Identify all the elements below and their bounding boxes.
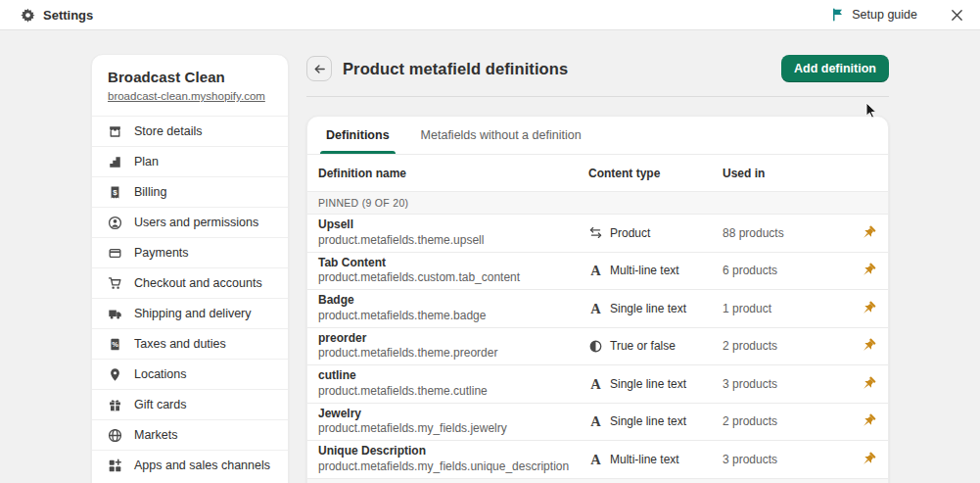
page-title: Product metafield definitions [343,60,568,78]
sidebar-nav: Store details Plan $ Billing Users and p… [92,116,288,480]
users-icon [108,216,122,230]
billing-icon: $ [108,185,122,200]
definition-path: product.metafields.custom.tab_content [318,270,588,286]
apps-icon [108,459,122,473]
boolean-icon [588,339,603,354]
content-type-label: Single line text [610,377,686,391]
gift-cards-icon [108,398,122,412]
setup-guide-button[interactable]: Setup guide [831,8,917,22]
used-in-count: 2 products [723,414,841,428]
definition-name: cutline [318,368,588,384]
storefront-icon [108,124,122,139]
sidebar-item-shipping-and-delivery[interactable]: Shipping and delivery [92,298,288,328]
main-content: Product metafield definitions Add defini… [306,54,889,483]
used-in-count: 1 product [723,302,841,315]
text-icon: A [588,264,603,278]
locations-icon [108,367,122,382]
definition-path: product.metafields.my_fields.jewelry [318,421,588,437]
table-row[interactable]: Tab Content product.metafields.custom.ta… [307,252,888,290]
reference-icon [588,225,603,240]
definition-name: preorder [318,331,588,347]
used-in-count: 3 products [723,377,841,391]
definition-name: Unique Description [318,444,588,459]
definition-path: product.metafields.theme.upsell [318,233,588,249]
definition-name: Tab Content [318,256,588,271]
pinned-section-header: PINNED (9 OF 20) [307,191,888,214]
tab-bar: Definitions Metafields without a definit… [307,117,888,154]
used-in-count: 2 products [723,339,841,353]
sidebar-item-gift-cards[interactable]: Gift cards [92,389,288,419]
column-used-in: Used in [723,167,841,180]
settings-sidebar: Broadcast Clean broadcast-clean.myshopif… [91,54,289,483]
text-icon: A [588,301,603,315]
definition-path: product.metafields.theme.cutline [318,384,588,400]
pin-icon[interactable] [858,260,880,282]
sidebar-item-plan[interactable]: Plan [92,146,288,176]
column-content-type: Content type [588,167,723,180]
tab-metafields-without-definition[interactable]: Metafields without a definition [419,117,583,154]
svg-text:$: $ [113,187,117,196]
setup-guide-label: Setup guide [852,8,917,22]
sidebar-item-store-details[interactable]: Store details [92,116,288,146]
definitions-card: Definitions Metafields without a definit… [306,116,889,483]
used-in-count: 88 products [723,226,841,240]
table-row[interactable]: preorder product.metafields.theme.preord… [307,327,888,365]
tab-definitions[interactable]: Definitions [324,117,392,154]
header-divider [306,96,889,97]
checkout-icon [108,276,122,291]
sidebar-item-payments[interactable]: Payments [92,237,288,267]
content-type-label: Single line text [610,414,686,428]
table-row[interactable]: Upsell product.metafields.theme.upsell P… [307,214,888,252]
definition-name: Upsell [318,217,588,233]
sidebar-item-markets[interactable]: Markets [92,419,288,450]
used-in-count: 6 products [723,264,841,277]
store-header: Broadcast Clean broadcast-clean.myshopif… [92,55,288,116]
sidebar-item-apps-and-sales-channels[interactable]: Apps and sales channels [92,450,288,480]
store-domain-link[interactable]: broadcast-clean.myshopify.com [108,90,265,102]
sidebar-item-billing[interactable]: $ Billing [92,176,288,207]
sidebar-item-users-and-permissions[interactable]: Users and permissions [92,207,288,237]
definition-name: Badge [318,293,588,309]
table-row[interactable]: cutline product.metafields.theme.cutline… [307,364,888,403]
text-icon: A [588,414,603,429]
top-bar: Settings Setup guide [0,0,980,30]
definition-name: Jewelry [318,407,588,422]
next-section-sliver [307,478,888,483]
pinned-section-label: PINNED (9 OF 20) [318,197,408,209]
table-row[interactable]: Jewelry product.metafields.my_fields.jew… [307,403,888,441]
store-name: Broadcast Clean [108,69,272,85]
sidebar-item-checkout-and-accounts[interactable]: Checkout and accounts [92,267,288,298]
sidebar-item-locations[interactable]: Locations [92,359,288,389]
gear-icon [21,8,35,23]
column-definition-name: Definition name [318,167,588,180]
pin-icon[interactable] [858,221,880,244]
definition-path: product.metafields.theme.badge [318,309,588,324]
close-button[interactable] [948,6,966,24]
pin-icon[interactable] [858,372,880,395]
table-row[interactable]: Unique Description product.metafields.my… [307,440,888,478]
pin-icon[interactable] [858,335,880,358]
content-type-label: Product [610,226,650,240]
sidebar-item-taxes-and-duties[interactable]: % Taxes and duties [92,328,288,359]
pin-icon[interactable] [858,448,880,470]
definition-path: product.metafields.my_fields.unique_desc… [318,459,588,475]
definition-path: product.metafields.theme.preorder [318,346,588,362]
plan-icon [108,155,122,169]
add-definition-button[interactable]: Add definition [781,55,889,82]
table-header: Definition name Content type Used in [307,154,888,191]
content-type-label: True or false [610,339,676,353]
text-icon: A [588,452,603,466]
content-type-label: Multi-line text [610,453,679,466]
table-row[interactable]: Badge product.metafields.theme.badge A S… [307,289,888,327]
shipping-icon [108,307,122,321]
payments-icon [108,246,122,261]
svg-text:%: % [112,340,118,349]
topbar-title: Settings [43,8,93,23]
back-button[interactable] [306,56,332,81]
definitions-table-body: Upsell product.metafields.theme.upsell P… [307,214,888,478]
pin-icon[interactable] [858,411,880,433]
pin-icon[interactable] [858,297,880,319]
used-in-count: 3 products [723,453,841,466]
content-type-label: Multi-line text [610,264,679,277]
markets-icon [108,428,122,443]
